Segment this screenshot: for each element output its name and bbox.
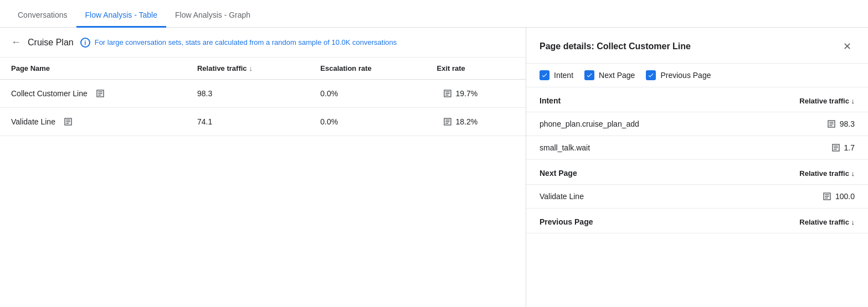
breadcrumb-bar: ← Cruise Plan i For large conversation s…	[0, 28, 526, 58]
detail-icon	[831, 143, 841, 153]
tab-flow-table[interactable]: Flow Analysis - Table	[76, 4, 166, 28]
cell-relative-traffic: 98.3	[186, 80, 309, 108]
section-next-page-section: Next Page Relative traffic ↓ Validate Li…	[526, 160, 868, 209]
cell-escalation-rate: 0.0%	[309, 108, 425, 136]
cell-page-name: Collect Customer Line	[0, 80, 186, 108]
detail-row: small_talk.wait 1.7	[526, 136, 868, 159]
section-col-header-previous-page-section: Relative traffic ↓	[799, 218, 855, 226]
info-text: For large conversation sets, stats are c…	[95, 38, 397, 46]
panel-title: Page details: Collect Customer Line	[540, 41, 691, 51]
tab-flow-graph[interactable]: Flow Analysis - Graph	[166, 4, 259, 28]
detail-row-label: small_talk.wait	[540, 143, 590, 152]
col-escalation-rate: Escalation rate	[309, 58, 425, 80]
cell-page-name: Validate Line	[0, 108, 186, 136]
main-layout: ← Cruise Plan i For large conversation s…	[0, 28, 868, 307]
left-panel: ← Cruise Plan i For large conversation s…	[0, 28, 526, 307]
section-col-header-intent-section: Relative traffic ↓	[799, 97, 855, 105]
section-intent-section: Intent Relative traffic ↓ phone_plan.cru…	[526, 87, 868, 160]
checkbox-previous-page[interactable]: Previous Page	[646, 70, 711, 80]
cell-exit-rate: 19.7%	[426, 80, 526, 108]
table-row[interactable]: Collect Customer Line 98.3 0.0% 19.7%	[0, 80, 526, 108]
section-title-next-page-section: Next Page	[540, 169, 577, 178]
checkbox-intent[interactable]: Intent	[540, 70, 573, 80]
cell-exit-rate: 18.2%	[426, 108, 526, 136]
detail-row-value: 100.0	[822, 191, 855, 201]
checkbox-box-intent	[540, 70, 549, 80]
detail-icon	[826, 119, 836, 129]
checkbox-label-previous-page: Previous Page	[660, 71, 711, 80]
tab-bar: Conversations Flow Analysis - Table Flow…	[0, 0, 868, 28]
detail-row: phone_plan.cruise_plan_add 98.3	[526, 112, 868, 136]
panel-header: Page details: Collect Customer Line ✕	[526, 28, 868, 64]
info-badge: i For large conversation sets, stats are…	[80, 38, 397, 48]
back-button[interactable]: ←	[11, 37, 21, 48]
right-panel: Page details: Collect Customer Line ✕ In…	[526, 28, 868, 307]
page-icon	[62, 116, 74, 128]
cell-relative-traffic: 74.1	[186, 108, 309, 136]
checkbox-label-intent: Intent	[554, 71, 573, 80]
section-previous-page-section: Previous Page Relative traffic ↓	[526, 209, 868, 233]
detail-row: Validate Line 100.0	[526, 184, 868, 208]
section-header-intent-section: Intent Relative traffic ↓	[526, 87, 868, 112]
detail-icon	[822, 191, 832, 201]
tab-conversations[interactable]: Conversations	[9, 4, 76, 28]
detail-row-value: 1.7	[831, 143, 855, 153]
section-header-next-page-section: Next Page Relative traffic ↓	[526, 160, 868, 184]
col-exit-rate: Exit rate	[426, 58, 526, 80]
page-icon	[94, 87, 106, 100]
checkbox-label-next-page: Next Page	[599, 71, 635, 80]
col-page-name: Page Name	[0, 58, 186, 80]
detail-row-label: phone_plan.cruise_plan_add	[540, 119, 639, 128]
col-relative-traffic: Relative traffic↓	[186, 58, 309, 80]
detail-row-value: 98.3	[826, 119, 855, 129]
section-col-header-next-page-section: Relative traffic ↓	[799, 169, 855, 178]
section-title-intent-section: Intent	[540, 96, 561, 105]
table-header-row: Page Name Relative traffic↓ Escalation r…	[0, 58, 526, 80]
info-icon: i	[80, 38, 90, 48]
checkbox-row: Intent Next Page Previous Page	[526, 64, 868, 87]
flow-table: Page Name Relative traffic↓ Escalation r…	[0, 58, 526, 136]
sort-arrow-traffic: ↓	[249, 64, 253, 72]
detail-row-label: Validate Line	[540, 192, 584, 201]
table-row[interactable]: Validate Line 74.1 0.0% 18.2%	[0, 108, 526, 136]
section-title-previous-page-section: Previous Page	[540, 217, 593, 226]
exit-icon	[441, 87, 454, 100]
breadcrumb-title: Cruise Plan	[28, 38, 74, 48]
exit-icon	[441, 116, 454, 128]
cell-escalation-rate: 0.0%	[309, 80, 425, 108]
close-button[interactable]: ✕	[839, 39, 855, 54]
checkbox-next-page[interactable]: Next Page	[584, 70, 635, 80]
checkbox-box-next-page	[584, 70, 594, 80]
checkbox-box-previous-page	[646, 70, 656, 80]
panel-sections: Intent Relative traffic ↓ phone_plan.cru…	[526, 87, 868, 233]
section-header-previous-page-section: Previous Page Relative traffic ↓	[526, 209, 868, 233]
